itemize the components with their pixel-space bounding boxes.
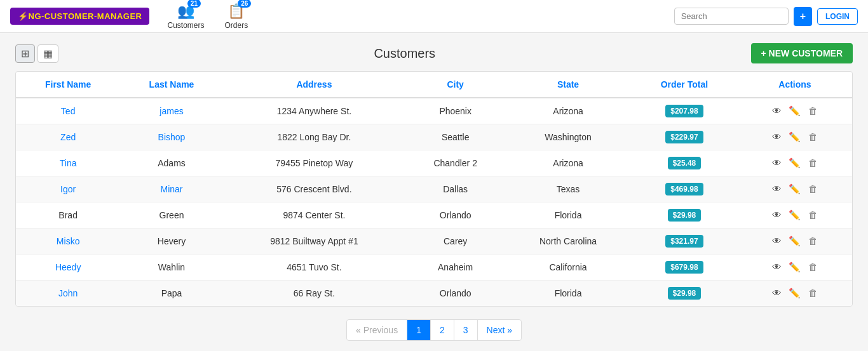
search-plus-button[interactable]: + (794, 7, 812, 26)
cell-city: Orlando (405, 281, 505, 307)
login-button[interactable]: LOGIN (817, 8, 858, 25)
delete-icon[interactable]: 🗑 (808, 105, 818, 116)
delete-icon[interactable]: 🗑 (808, 157, 818, 168)
cell-actions: 👁 ✏️ 🗑 (738, 98, 852, 124)
cell-city: Dallas (405, 176, 505, 202)
table-row: Igor Minar 576 Crescent Blvd. Dallas Tex… (16, 176, 852, 202)
cell-address: 79455 Pinetop Way (223, 150, 405, 176)
cell-state: Arizona (505, 150, 631, 176)
cell-first-name[interactable]: Igor (16, 176, 120, 202)
cell-first-name[interactable]: Zed (16, 124, 120, 150)
cell-state: Arizona (505, 98, 631, 124)
cell-state: Florida (505, 202, 631, 228)
delete-icon[interactable]: 🗑 (808, 262, 818, 272)
list-view-button[interactable]: ▦ (37, 44, 58, 63)
cell-first-name[interactable]: Misko (16, 228, 120, 255)
cell-last-name[interactable]: james (120, 98, 222, 124)
cell-actions: 👁 ✏️ 🗑 (738, 150, 852, 176)
cell-state: California (505, 255, 631, 281)
delete-icon[interactable]: 🗑 (808, 288, 818, 298)
table-row: Brad Green 9874 Center St. Orlando Flori… (16, 202, 852, 228)
customers-badge: 21 (187, 0, 201, 8)
cell-address: 576 Crescent Blvd. (223, 176, 405, 202)
new-customer-button[interactable]: + NEW CUSTOMER (751, 43, 853, 63)
pagination-prev[interactable]: « Previous (347, 320, 407, 340)
cell-state: North Carolina (505, 228, 631, 255)
cell-order-total: $679.98 (631, 255, 738, 281)
main-content: ⊞ ▦ Customers + NEW CUSTOMER First Name … (0, 33, 868, 351)
cell-state: Florida (505, 281, 631, 307)
cell-city: Chandler 2 (405, 150, 505, 176)
view-icon[interactable]: 👁 (772, 235, 782, 246)
cell-city: Anaheim (405, 255, 505, 281)
delete-icon[interactable]: 🗑 (808, 209, 818, 220)
cell-order-total: $25.48 (631, 150, 738, 176)
table-row: Ted james 1234 Anywhere St. Phoenix Ariz… (16, 98, 852, 124)
delete-icon[interactable]: 🗑 (808, 183, 818, 194)
cell-last-name[interactable]: Minar (120, 176, 222, 202)
delete-icon[interactable]: 🗑 (808, 131, 818, 142)
orders-badge: 26 (238, 0, 251, 8)
view-icon[interactable]: 👁 (772, 131, 782, 142)
col-address: Address (223, 72, 405, 98)
edit-icon[interactable]: ✏️ (789, 157, 801, 168)
edit-icon[interactable]: ✏️ (789, 131, 801, 142)
view-icon[interactable]: 👁 (772, 157, 782, 168)
search-input[interactable] (674, 8, 789, 25)
edit-icon[interactable]: ✏️ (789, 235, 801, 246)
page-title: Customers (58, 46, 751, 61)
cell-first-name[interactable]: John (16, 281, 120, 307)
nav-orders[interactable]: 📋 26 Orders (222, 0, 251, 35)
cell-last-name: Adams (120, 150, 222, 176)
cell-address: 66 Ray St. (223, 281, 405, 307)
pagination-page-1[interactable]: 1 (407, 320, 431, 340)
cell-state: Washington (505, 124, 631, 150)
table-row: Misko Hevery 9812 Builtway Appt #1 Carey… (16, 228, 852, 255)
view-icon[interactable]: 👁 (772, 288, 782, 298)
pagination-wrap: « Previous 1 2 3 Next » (15, 319, 853, 341)
cell-city: Orlando (405, 202, 505, 228)
cell-first-name[interactable]: Ted (16, 98, 120, 124)
nav-items: 👥 21 Customers 📋 26 Orders (165, 0, 658, 35)
view-toggle: ⊞ ▦ (15, 44, 58, 63)
orders-label: Orders (225, 21, 248, 30)
cell-first-name: Brad (16, 202, 120, 228)
pagination-page-2[interactable]: 2 (431, 320, 454, 340)
cell-actions: 👁 ✏️ 🗑 (738, 176, 852, 202)
cell-first-name[interactable]: Heedy (16, 255, 120, 281)
brand-logo[interactable]: ⚡NG-CUSTOMER-MANAGER (10, 8, 149, 25)
pagination-page-3[interactable]: 3 (454, 320, 478, 340)
customers-table-container: First Name Last Name Address City State … (15, 71, 853, 307)
view-icon[interactable]: 👁 (772, 262, 782, 272)
cell-last-name[interactable]: Bishop (120, 124, 222, 150)
edit-icon[interactable]: ✏️ (789, 209, 801, 220)
cell-actions: 👁 ✏️ 🗑 (738, 281, 852, 307)
table-body: Ted james 1234 Anywhere St. Phoenix Ariz… (16, 98, 852, 306)
view-icon[interactable]: 👁 (772, 209, 782, 220)
col-order-total: Order Total (631, 72, 738, 98)
edit-icon[interactable]: ✏️ (789, 105, 801, 116)
view-icon[interactable]: 👁 (772, 183, 782, 194)
cell-order-total: $229.97 (631, 124, 738, 150)
delete-icon[interactable]: 🗑 (808, 235, 818, 246)
grid-view-button[interactable]: ⊞ (15, 44, 35, 63)
edit-icon[interactable]: ✏️ (789, 262, 801, 272)
cell-last-name: Wahlin (120, 255, 222, 281)
view-icon[interactable]: 👁 (772, 105, 782, 116)
navbar: ⚡NG-CUSTOMER-MANAGER 👥 21 Customers 📋 26… (0, 0, 868, 33)
cell-order-total: $469.98 (631, 176, 738, 202)
nav-customers[interactable]: 👥 21 Customers (165, 0, 207, 35)
table-row: Heedy Wahlin 4651 Tuvo St. Anaheim Calif… (16, 255, 852, 281)
col-city: City (405, 72, 505, 98)
table-row: Zed Bishop 1822 Long Bay Dr. Seattle Was… (16, 124, 852, 150)
edit-icon[interactable]: ✏️ (789, 183, 801, 194)
cell-last-name: Papa (120, 281, 222, 307)
cell-city: Phoenix (405, 98, 505, 124)
col-first-name: First Name (16, 72, 120, 98)
cell-actions: 👁 ✏️ 🗑 (738, 228, 852, 255)
edit-icon[interactable]: ✏️ (789, 288, 801, 298)
cell-first-name[interactable]: Tina (16, 150, 120, 176)
pagination-next[interactable]: Next » (478, 320, 521, 340)
customers-label: Customers (167, 21, 204, 30)
cell-actions: 👁 ✏️ 🗑 (738, 202, 852, 228)
